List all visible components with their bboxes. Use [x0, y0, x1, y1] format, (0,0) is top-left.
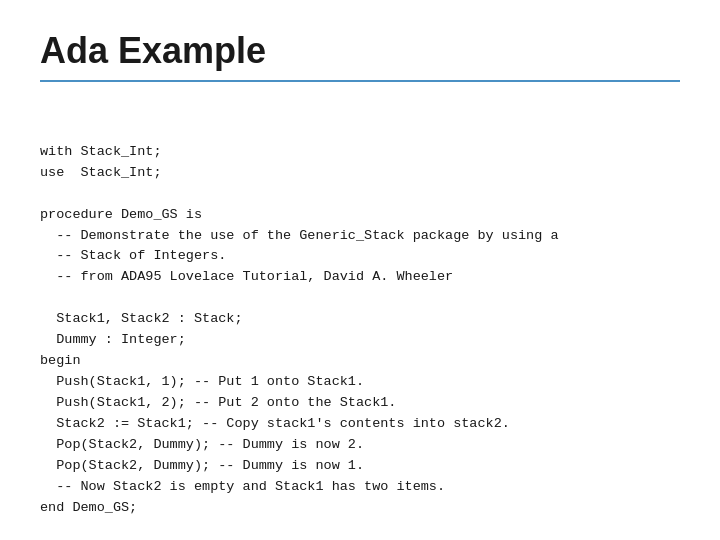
code-line: -- Demonstrate the use of the Generic_St…: [40, 226, 680, 247]
code-line: -- Now Stack2 is empty and Stack1 has tw…: [40, 477, 680, 498]
code-line: Pop(Stack2, Dummy); -- Dummy is now 1.: [40, 456, 680, 477]
code-line: end Demo_GS;: [40, 498, 680, 519]
code-line: Stack1, Stack2 : Stack;: [40, 309, 680, 330]
code-line: Pop(Stack2, Dummy); -- Dummy is now 2.: [40, 435, 680, 456]
code-line: [40, 288, 680, 309]
code-line: use Stack_Int;: [40, 163, 680, 184]
code-line: Dummy : Integer;: [40, 330, 680, 351]
code-line: procedure Demo_GS is: [40, 205, 680, 226]
code-line: with Stack_Int;: [40, 142, 680, 163]
slide-title: Ada Example: [40, 30, 680, 82]
slide: Ada Example with Stack_Int;use Stack_Int…: [0, 0, 720, 540]
code-line: -- from ADA95 Lovelace Tutorial, David A…: [40, 267, 680, 288]
code-line: Stack2 := Stack1; -- Copy stack1's conte…: [40, 414, 680, 435]
code-line: -- Stack of Integers.: [40, 246, 680, 267]
code-block: with Stack_Int;use Stack_Int; procedure …: [40, 100, 680, 518]
code-line: [40, 184, 680, 205]
code-line: Push(Stack1, 1); -- Put 1 onto Stack1.: [40, 372, 680, 393]
code-line: Push(Stack1, 2); -- Put 2 onto the Stack…: [40, 393, 680, 414]
code-line: begin: [40, 351, 680, 372]
